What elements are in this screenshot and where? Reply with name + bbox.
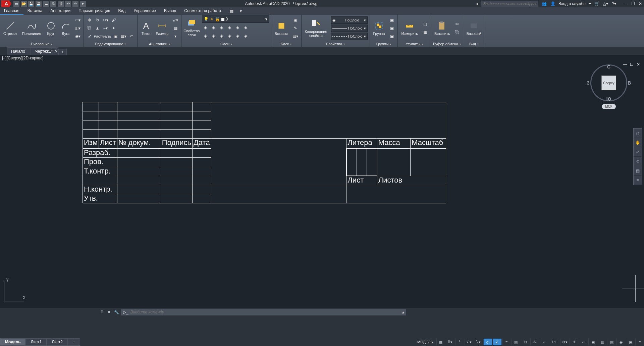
doc-close-button[interactable]: ✕ [636, 62, 641, 67]
layout-tab-sheet2[interactable]: Лист2 [47, 338, 68, 346]
drawing-canvas[interactable]: — ☐ ✕ Изм Лист № докум. Подпись Дата Лит… [0, 61, 644, 308]
insert-block-button[interactable]: Вставка [273, 20, 290, 36]
a360-icon[interactable]: 👥 [541, 1, 547, 7]
copy-clip-icon[interactable]: ⿻ [453, 29, 461, 36]
undo-button[interactable]: ↶ [65, 1, 71, 7]
polyline-button[interactable]: Полилиния [20, 20, 42, 36]
doc-maximize-button[interactable]: ☐ [629, 62, 634, 67]
orbit-icon[interactable]: ⟲ [634, 157, 642, 166]
array-icon[interactable]: ▦▾ [120, 33, 127, 40]
viewport-label[interactable]: [−][Сверху][2D-каркас] [0, 55, 644, 61]
open-icon[interactable]: 📂 [21, 1, 27, 7]
dimension-button[interactable]: Размер [154, 20, 170, 36]
tab-insert[interactable]: Вставка [23, 7, 47, 15]
panel-clip-label[interactable]: Буфер обмена [433, 41, 461, 47]
units-icon[interactable]: ▭ [579, 339, 588, 345]
text-button[interactable]: A Текст [140, 20, 152, 36]
table-icon[interactable]: ▦ [172, 24, 179, 32]
showmotion-icon[interactable]: ▤ [634, 166, 642, 176]
layer-btn3-icon[interactable]: ◈ [218, 24, 225, 31]
polar-toggle-icon[interactable]: ∠▾ [465, 339, 473, 345]
customize-icon[interactable]: ≡ [635, 339, 644, 345]
dock-handle-icon[interactable]: ⠿ [101, 310, 103, 314]
web-icon[interactable]: ☁ [43, 1, 49, 7]
arc-button[interactable]: Дуга [59, 20, 72, 36]
transparency-toggle-icon[interactable]: ▤ [512, 339, 520, 345]
layer-btn5-icon[interactable]: ◈ [234, 24, 241, 31]
command-input-box[interactable]: ▷_ ▴ [121, 309, 406, 315]
save-icon[interactable]: 💾 [28, 1, 34, 7]
lock-ui-icon[interactable]: ▥ [598, 339, 606, 345]
tab-add-button[interactable]: + [58, 49, 67, 55]
layer-props-button[interactable]: Свойства слоя [183, 18, 200, 37]
search-collapse-icon[interactable]: ▸ [477, 1, 479, 6]
compass-south[interactable]: Ю [606, 96, 611, 102]
cmd-close-icon[interactable]: ✕ [106, 309, 112, 315]
iso-toggle-icon[interactable]: ╲▾ [474, 339, 483, 345]
wheel-icon[interactable]: ◎ [634, 129, 642, 138]
nav-more-icon[interactable]: ≡ [634, 176, 642, 185]
close-button[interactable]: ✕ [638, 1, 643, 6]
tab-annotate[interactable]: Аннотации [46, 7, 74, 15]
tab-close-icon[interactable]: ✕ [54, 49, 57, 53]
app-logo[interactable]: A [1, 0, 11, 7]
layer-btn10-icon[interactable]: ◈ [226, 32, 233, 40]
mirror-icon[interactable]: ▲ [94, 24, 101, 32]
isolate-icon[interactable]: ▤ [607, 339, 616, 345]
compass-west[interactable]: З [587, 80, 590, 86]
stretch-icon[interactable]: ⤢ [86, 33, 93, 40]
copy-icon[interactable]: ⿻ [86, 24, 93, 32]
hatch-icon[interactable]: ◫▾ [74, 24, 82, 32]
block-create-icon[interactable]: ▣ [292, 16, 299, 24]
new-icon[interactable]: ▭ [13, 1, 19, 7]
block-edit-icon[interactable]: ✎ [292, 24, 299, 32]
viewcube-compass[interactable]: С Ю З В Сверху [590, 64, 627, 101]
layer-combo[interactable]: 💡 ☀ 🔓 0 ▾ [202, 15, 269, 23]
otrack-toggle-icon[interactable]: ∠ [493, 339, 501, 345]
layer-btn11-icon[interactable]: ◈ [234, 32, 241, 40]
print-icon[interactable]: 🖨 [58, 1, 64, 7]
paste-button[interactable]: Вставить [433, 20, 451, 36]
layout-tab-sheet1[interactable]: Лист1 [25, 338, 47, 346]
minimize-button[interactable]: — [623, 1, 628, 6]
panel-block-label[interactable]: Блок [273, 41, 299, 47]
line-button[interactable]: Отрезок [2, 20, 18, 36]
tab-collab[interactable]: Совместная работа [180, 7, 225, 15]
annoscale-icon[interactable]: ⟐ [540, 339, 548, 345]
move-icon[interactable]: ✥ [86, 16, 93, 24]
trim-icon[interactable]: ✂▾ [102, 16, 109, 24]
cmd-history-icon[interactable]: ▴ [402, 310, 404, 314]
group-button[interactable]: Группа [372, 20, 386, 36]
tab-home[interactable]: Главная [0, 7, 23, 15]
layer-btn9-icon[interactable]: ◈ [218, 32, 225, 40]
user-icon[interactable]: 👤 [550, 1, 556, 7]
linetype-combo[interactable]: ПоСлою▾ [331, 33, 368, 40]
tab-manage[interactable]: Управление [129, 7, 160, 15]
cmd-settings-icon[interactable]: 🔧 [114, 309, 119, 315]
block-attr-icon[interactable]: ▤▾ [292, 33, 299, 40]
tab-overflow-icon[interactable]: ▾ [237, 7, 245, 15]
panel-props-label[interactable]: Свойства [304, 41, 368, 47]
tab-parametric[interactable]: Параметризация [74, 7, 114, 15]
plot-icon[interactable]: 🖶 [50, 1, 56, 7]
snap-toggle-icon[interactable]: ⠿▾ [446, 339, 454, 345]
osnap-toggle-icon[interactable]: ◇ [483, 339, 492, 345]
viewcube-face[interactable]: Сверху [601, 76, 616, 90]
clean-screen-icon[interactable]: ▣ [626, 339, 635, 345]
tab-doc[interactable]: Чертеж1*✕ [31, 47, 58, 55]
group-edit-icon[interactable]: ▣ [388, 24, 395, 32]
pan-icon[interactable]: ✋ [634, 138, 642, 147]
layer-btn8-icon[interactable]: ◈ [210, 32, 217, 40]
layer-btn1-icon[interactable]: ◈ [202, 24, 209, 31]
workspace-icon[interactable]: ⚙▾ [560, 339, 569, 345]
tab-start[interactable]: Начало [7, 47, 31, 55]
quickcalc-icon[interactable]: ▦ [421, 29, 429, 36]
viewcube[interactable]: С Ю З В Сверху МСК [590, 64, 627, 109]
annot-more-icon[interactable]: ▾ [172, 33, 179, 40]
redo-button[interactable]: ↷ [72, 1, 78, 7]
signin-link[interactable]: Вход в службы [558, 1, 586, 6]
erase-icon[interactable]: 🖌 [110, 16, 117, 24]
autodesk-icon[interactable]: △▾ [602, 1, 608, 7]
lineweight-combo[interactable]: ПоСлою▾ [331, 24, 368, 32]
fillet-icon[interactable]: ⌐▾ [102, 24, 109, 32]
